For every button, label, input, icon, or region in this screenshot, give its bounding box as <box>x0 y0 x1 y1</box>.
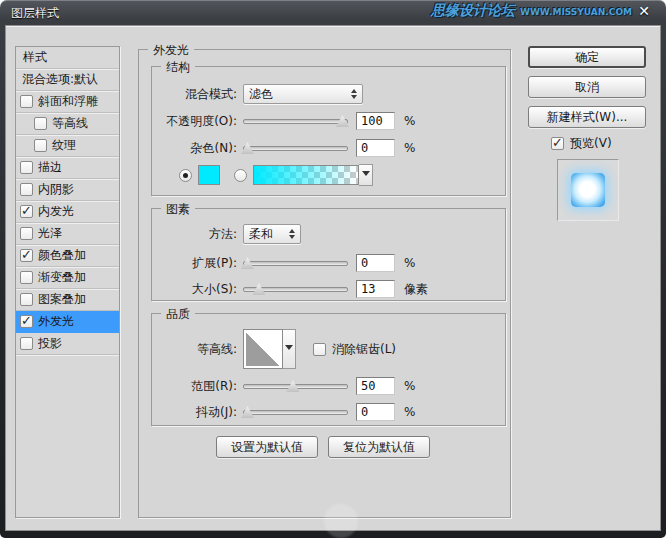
glow-color-swatch[interactable] <box>198 165 220 185</box>
jitter-row: 抖动(J): % <box>151 401 415 423</box>
make-default-button[interactable]: 设置为默认值 <box>216 436 318 458</box>
styles-list: 样式 混合选项:默认 斜面和浮雕 等高线 纹理 描边 内阴 <box>15 46 120 518</box>
opacity-slider[interactable] <box>243 119 348 124</box>
range-unit: % <box>404 379 415 393</box>
gradient-bar[interactable] <box>253 165 359 185</box>
checkbox-icon[interactable] <box>34 139 47 152</box>
gradient-radio[interactable] <box>234 169 247 182</box>
antialias-checkbox-row[interactable]: 消除锯齿(L) <box>313 341 396 358</box>
sidebar-item-bevel-emboss[interactable]: 斜面和浮雕 <box>16 91 119 113</box>
blend-mode-select[interactable]: 滤色 <box>243 84 363 104</box>
checkbox-icon[interactable] <box>20 95 33 108</box>
range-slider-thumb[interactable] <box>286 380 299 392</box>
opacity-input[interactable] <box>356 112 395 130</box>
forum-watermark: 思缘设计论坛 WWW.MISSYUAN.COM <box>431 2 632 20</box>
dialog-body: 样式 混合选项:默认 斜面和浮雕 等高线 纹理 描边 内阴 <box>5 25 661 531</box>
reset-default-button[interactable]: 复位为默认值 <box>328 436 430 458</box>
range-row: 范围(R): % <box>151 375 415 397</box>
ok-button[interactable]: 确定 <box>528 46 646 68</box>
checkbox-icon[interactable] <box>20 205 33 218</box>
checkbox-icon[interactable] <box>20 337 33 350</box>
gradient-picker-arrow[interactable] <box>359 164 373 186</box>
range-input[interactable] <box>356 377 395 395</box>
styles-header: 样式 <box>16 47 119 69</box>
sidebar-item-outer-glow[interactable]: 外发光 <box>16 311 119 333</box>
noise-slider[interactable] <box>243 146 348 151</box>
sidebar-item-satin[interactable]: 光泽 <box>16 223 119 245</box>
spread-slider-thumb[interactable] <box>241 257 254 269</box>
cancel-button[interactable]: 取消 <box>528 76 646 98</box>
technique-label: 方法: <box>151 226 237 243</box>
quality-title: 品质 <box>161 306 195 323</box>
blend-mode-label: 混合模式: <box>151 86 237 103</box>
checkbox-icon[interactable] <box>20 293 33 306</box>
noise-input[interactable] <box>356 139 395 157</box>
sidebar-item-gradient-overlay[interactable]: 渐变叠加 <box>16 267 119 289</box>
checkbox-icon[interactable] <box>20 161 33 174</box>
sidebar-item-texture[interactable]: 纹理 <box>16 135 119 157</box>
noise-unit: % <box>404 141 415 155</box>
sidebar-item-contour[interactable]: 等高线 <box>16 113 119 135</box>
new-style-button[interactable]: 新建样式(W)... <box>528 106 646 128</box>
noise-row: 杂色(N): % <box>151 137 415 159</box>
jitter-input[interactable] <box>356 403 395 421</box>
blend-mode-row: 混合模式: 滤色 <box>151 83 363 105</box>
size-unit: 像素 <box>404 281 428 298</box>
blend-mode-value: 滤色 <box>249 86 273 103</box>
checkbox-icon[interactable] <box>20 271 33 284</box>
window-title: 图层样式 <box>11 5 59 22</box>
checkbox-icon[interactable] <box>34 117 47 130</box>
ghost-watermark <box>324 504 358 538</box>
noise-label: 杂色(N): <box>151 140 237 157</box>
spread-label: 扩展(P): <box>151 255 237 272</box>
range-label: 范围(R): <box>151 378 237 395</box>
technique-select[interactable]: 柔和 <box>243 224 301 244</box>
size-label: 大小(S): <box>151 281 237 298</box>
size-slider[interactable] <box>243 287 348 292</box>
sidebar-item-inner-shadow[interactable]: 内阴影 <box>16 179 119 201</box>
jitter-slider[interactable] <box>243 410 348 415</box>
spread-unit: % <box>404 256 415 270</box>
sidebar-item-inner-glow[interactable]: 内发光 <box>16 201 119 223</box>
checkbox-icon[interactable] <box>20 315 33 328</box>
range-slider[interactable] <box>243 384 348 389</box>
antialias-checkbox[interactable] <box>313 343 326 356</box>
technique-value: 柔和 <box>249 226 273 243</box>
layer-style-dialog: 图层样式 思缘设计论坛 WWW.MISSYUAN.COM ✕ 样式 混合选项:默… <box>0 0 666 538</box>
preview-checkbox-row[interactable]: 预览(V) <box>551 135 612 152</box>
opacity-row: 不透明度(O): % <box>151 110 415 132</box>
sidebar-item-color-overlay[interactable]: 颜色叠加 <box>16 245 119 267</box>
contour-thumbnail[interactable] <box>243 329 283 369</box>
spin-arrows-icon <box>289 226 295 242</box>
sidebar-item-stroke[interactable]: 描边 <box>16 157 119 179</box>
checkbox-icon[interactable] <box>20 227 33 240</box>
color-radio[interactable] <box>179 169 192 182</box>
titlebar[interactable]: 图层样式 思缘设计论坛 WWW.MISSYUAN.COM ✕ <box>0 0 666 25</box>
size-input[interactable] <box>356 280 395 298</box>
technique-row: 方法: 柔和 <box>151 223 301 245</box>
sidebar-item-drop-shadow[interactable]: 投影 <box>16 333 119 355</box>
sidebar-item-pattern-overlay[interactable]: 图案叠加 <box>16 289 119 311</box>
brand-text: 思缘设计论坛 <box>431 2 515 20</box>
antialias-label: 消除锯齿(L) <box>332 341 396 358</box>
caret-down-icon <box>362 171 370 180</box>
close-icon[interactable]: ✕ <box>638 3 650 19</box>
opacity-slider-thumb[interactable] <box>336 115 349 127</box>
spin-arrows-icon <box>351 86 357 102</box>
spread-input[interactable] <box>356 254 395 272</box>
jitter-label: 抖动(J): <box>151 404 237 421</box>
preview-checkbox[interactable] <box>551 137 564 150</box>
jitter-slider-thumb[interactable] <box>241 406 254 418</box>
opacity-label: 不透明度(O): <box>151 113 237 130</box>
contour-picker-arrow[interactable] <box>283 329 296 369</box>
elements-title: 图素 <box>161 201 195 218</box>
size-row: 大小(S): 像素 <box>151 278 428 300</box>
size-slider-thumb[interactable] <box>252 283 265 295</box>
spread-slider[interactable] <box>243 261 348 266</box>
noise-slider-thumb[interactable] <box>241 142 254 154</box>
spread-row: 扩展(P): % <box>151 252 415 274</box>
sidebar-item-blending-options[interactable]: 混合选项:默认 <box>16 69 119 91</box>
checkbox-icon[interactable] <box>20 183 33 196</box>
checkbox-icon[interactable] <box>20 249 33 262</box>
opacity-unit: % <box>404 114 415 128</box>
